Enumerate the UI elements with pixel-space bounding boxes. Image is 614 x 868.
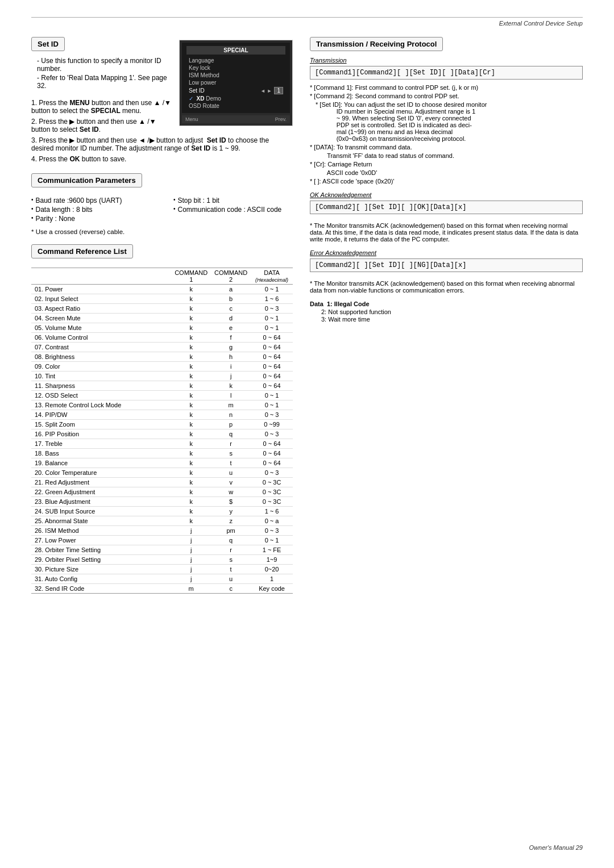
cmd1: j — [171, 555, 211, 565]
table-row: 22. Green Adjustment k w 0 ~ 3C — [31, 487, 293, 497]
cmd-name: 15. Split Zoom — [31, 420, 171, 429]
trans-note-4b: Transmit 'FF' data to read status of com… — [310, 152, 583, 159]
cmd1: k — [171, 420, 211, 429]
cmd1: k — [171, 478, 211, 487]
table-row: 04. Screen Mute k d 0 ~ 1 — [31, 314, 293, 323]
set-id-section: Set ID SPECIAL Language Key lock ISM Met… — [31, 37, 293, 163]
cmd-name: 14. PIP/DW — [31, 410, 171, 420]
left-column: Set ID SPECIAL Language Key lock ISM Met… — [31, 37, 293, 594]
cmd-name: 09. Color — [31, 362, 171, 372]
table-row: 24. SUB Input Source k y 1 ~ 6 — [31, 507, 293, 516]
cmd1: j — [171, 565, 211, 574]
cmd1: k — [171, 497, 211, 507]
trans-note-2: * [Command 2]: Second command to control… — [310, 93, 583, 99]
cmd2: u — [211, 574, 251, 584]
cmd-name: 13. Remote Control Lock Mode — [31, 400, 171, 410]
monitor-row-osdrotate: OSD Rotate — [186, 102, 285, 110]
data-codes-section: Data 1: Illegal Code 2: Not supported fu… — [310, 301, 583, 323]
comm-params-right: •Stop bit : 1 bit •Communication code : … — [173, 197, 293, 224]
cmd1: k — [171, 285, 211, 294]
cmd2: b — [211, 294, 251, 304]
cmd2: $ — [211, 497, 251, 507]
cmd-name: 31. Auto Config — [31, 574, 171, 584]
cmd-data: 0 ~ 64 — [251, 439, 293, 449]
cmd-data: 0~20 — [251, 565, 293, 574]
cmd-name: 08. Brightness — [31, 352, 171, 362]
table-row: 20. Color Temperature k u 0 ~ 3 — [31, 468, 293, 478]
cmd2: a — [211, 285, 251, 294]
set-id-step4: 4. Press the OK button to save. — [31, 155, 293, 163]
table-row: 17. Treble k r 0 ~ 64 — [31, 439, 293, 449]
cmd-data: 0 ~ 64 — [251, 381, 293, 391]
cmd1: j — [171, 545, 211, 555]
cmd-data: 0 ~ 64 — [251, 449, 293, 458]
cmd-data: 0 ~ 64 — [251, 352, 293, 362]
cmd-data: 0 ~ 1 — [251, 285, 293, 294]
cmd-name: 16. PIP Position — [31, 429, 171, 439]
cmd1: k — [171, 381, 211, 391]
cmd-data: 0 ~ 3 — [251, 526, 293, 536]
footer: Owner's Manual 29 — [529, 844, 583, 851]
cmd2: s — [211, 555, 251, 565]
cmd-name: 24. SUB Input Source — [31, 507, 171, 516]
table-row: 21. Red Adjustment k v 0 ~ 3C — [31, 478, 293, 487]
monitor-bottom: Menu Prev. — [182, 115, 290, 123]
cmd-name: 03. Aspect Ratio — [31, 304, 171, 314]
cmd-name: 28. Orbiter Time Setting — [31, 545, 171, 555]
cmd2: j — [211, 372, 251, 381]
table-row: 09. Color k i 0 ~ 64 — [31, 362, 293, 372]
table-row: 16. PIP Position k q 0 ~ 3 — [31, 429, 293, 439]
cmd2: r — [211, 545, 251, 555]
set-id-step3: 3. Press the ▶ button and then use ◄ /▶ … — [31, 136, 293, 152]
comm-param-stopbit: •Stop bit : 1 bit — [173, 197, 293, 205]
monitor-menu-label: Menu — [185, 116, 198, 122]
cmd1: k — [171, 429, 211, 439]
cmd-name: 01. Power — [31, 285, 171, 294]
cmd2: i — [211, 362, 251, 372]
cmd-data: 0 ~ 1 — [251, 536, 293, 545]
cmd2: s — [211, 449, 251, 458]
cmd2: q — [211, 536, 251, 545]
data-code-2: 2: Not supported function — [310, 308, 583, 315]
table-row: 31. Auto Config j u 1 — [31, 574, 293, 584]
cmd2: z — [211, 516, 251, 526]
cmd1: k — [171, 323, 211, 333]
cmd-data: 0 ~ 3C — [251, 487, 293, 497]
cmd2: h — [211, 352, 251, 362]
cmd1: k — [171, 487, 211, 497]
error-ack-label: Error Acknowledgement — [310, 249, 583, 256]
table-row: 29. Orbiter Pixel Setting j s 1~9 — [31, 555, 293, 565]
cmd2: d — [211, 314, 251, 323]
cmd-data: 1 ~ FE — [251, 545, 293, 555]
trans-notes: * [Command 1]: First command to control … — [310, 84, 583, 185]
table-row: 06. Volume Control k f 0 ~ 64 — [31, 333, 293, 343]
cmd-name: 20. Color Temperature — [31, 468, 171, 478]
cmd1: j — [171, 526, 211, 536]
cmd1: k — [171, 410, 211, 420]
cmd2: c — [211, 584, 251, 594]
cmd-name: 30. Picture Size — [31, 565, 171, 574]
transmission-label: Transmission — [310, 57, 583, 64]
trans-note-1: * [Command 1]: First command to control … — [310, 84, 583, 91]
cmd-data: Key code — [251, 584, 293, 594]
cmd1: k — [171, 352, 211, 362]
table-row: 07. Contrast k g 0 ~ 64 — [31, 343, 293, 352]
table-row: 03. Aspect Ratio k c 0 ~ 3 — [31, 304, 293, 314]
cmd2: q — [211, 429, 251, 439]
cmd-data: 0 ~ 3 — [251, 468, 293, 478]
cmd1: k — [171, 516, 211, 526]
cmd1: k — [171, 304, 211, 314]
right-column: Transmission / Receiving Protocol Transm… — [310, 37, 583, 594]
monitor-top-bar: SPECIAL — [186, 46, 285, 55]
cmd-data: 1 ~ 6 — [251, 507, 293, 516]
cmd1: k — [171, 294, 211, 304]
cmd-name: 29. Orbiter Pixel Setting — [31, 555, 171, 565]
cmd2: r — [211, 439, 251, 449]
cmd2: y — [211, 507, 251, 516]
cmd-name: 12. OSD Select — [31, 391, 171, 400]
table-row: 01. Power k a 0 ~ 1 — [31, 285, 293, 294]
cmd-ref-title: Command Reference List — [31, 244, 133, 258]
trans-note-3: * [Set ID]: You can adjust the set ID to… — [310, 101, 583, 142]
monitor-image: SPECIAL Language Key lock ISM Method Low… — [179, 40, 293, 126]
cmd2: w — [211, 487, 251, 497]
